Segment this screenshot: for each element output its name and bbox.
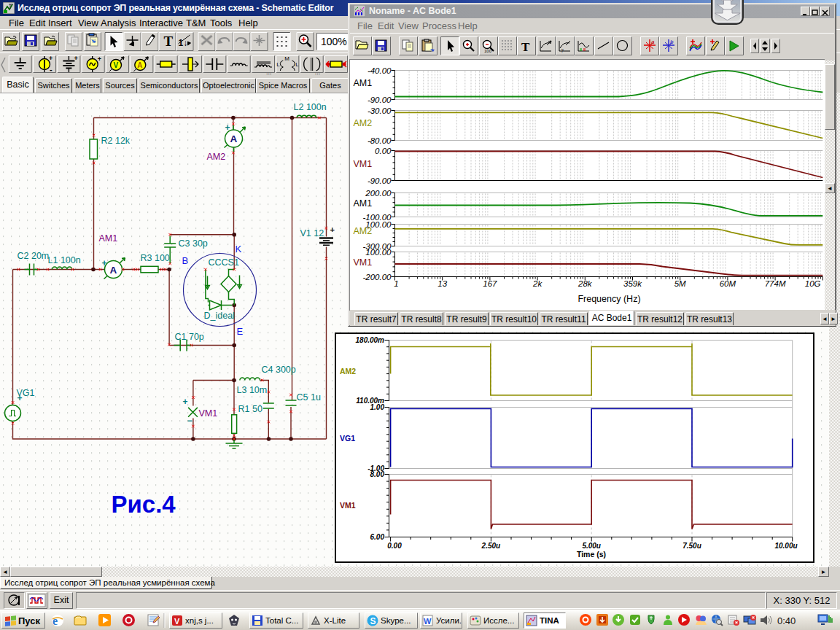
svg-text:...: ... (315, 69, 321, 76)
svg-text:5M: 5M (674, 279, 686, 288)
svg-text:-90.00: -90.00 (368, 176, 392, 185)
svg-text:0.00: 0.00 (375, 147, 392, 155)
svg-text:CCCS1: CCCS1 (209, 257, 239, 268)
svg-text:R3 100: R3 100 (141, 253, 170, 263)
svg-text:C3 30p: C3 30p (179, 238, 208, 249)
svg-text:VM1: VM1 (340, 501, 356, 510)
svg-text:C5 1u: C5 1u (297, 392, 321, 402)
svg-text:VM1: VM1 (199, 408, 218, 419)
svg-text:?: ? (561, 48, 564, 53)
svg-text:6.00: 6.00 (370, 533, 385, 541)
svg-text:-30.00: -30.00 (368, 106, 392, 115)
svg-text:+: + (225, 122, 230, 133)
svg-text:Frequency (Hz): Frequency (Hz) (578, 294, 640, 304)
svg-text:5.00u: 5.00u (582, 542, 601, 550)
svg-text:VG1: VG1 (340, 434, 355, 443)
svg-text:K: K (236, 244, 242, 254)
svg-text:L: L (295, 61, 299, 68)
svg-text:Time (s): Time (s) (577, 550, 606, 559)
svg-text:2.50u: 2.50u (481, 542, 501, 550)
svg-text:R1 50: R1 50 (238, 404, 262, 414)
svg-text:L2 100n: L2 100n (294, 102, 327, 112)
svg-text:A: A (137, 61, 142, 69)
svg-text:13: 13 (438, 279, 447, 288)
svg-text:28k: 28k (578, 279, 593, 288)
svg-text:167: 167 (483, 279, 497, 288)
svg-text:V: V (114, 61, 119, 69)
svg-text:7.50u: 7.50u (682, 542, 701, 550)
svg-text:-90.00: -90.00 (368, 96, 392, 104)
svg-text:+: + (330, 225, 335, 234)
svg-text:-: - (50, 65, 52, 74)
svg-text:R2 12k: R2 12k (101, 136, 131, 146)
svg-text:+: + (102, 258, 107, 268)
svg-text:200.00: 200.00 (365, 189, 392, 198)
svg-text:+: + (183, 397, 188, 407)
svg-text:A: A (230, 133, 238, 144)
svg-text:AM2: AM2 (354, 118, 373, 128)
svg-text:2k: 2k (532, 279, 542, 288)
svg-text:1: 1 (394, 279, 398, 288)
svg-text:+: + (18, 393, 23, 403)
svg-text:C1 70p: C1 70p (175, 332, 204, 342)
svg-text:AM2: AM2 (354, 226, 373, 236)
svg-text:V: V (174, 617, 180, 626)
svg-text:10G: 10G (805, 279, 821, 288)
svg-text:VM1: VM1 (354, 159, 373, 169)
svg-text:AM2: AM2 (340, 367, 356, 376)
svg-text:180.00m: 180.00m (356, 336, 385, 344)
svg-text:-200.00: -200.00 (362, 273, 392, 281)
svg-text:0.00: 0.00 (387, 542, 402, 550)
svg-text:M: M (284, 55, 289, 62)
svg-text:L: L (276, 61, 280, 68)
svg-text:+: + (74, 55, 77, 62)
svg-text:T: T (521, 40, 530, 54)
svg-text:W: W (424, 617, 432, 626)
svg-text:359k: 359k (623, 279, 642, 288)
svg-text:AM2: AM2 (207, 152, 226, 162)
svg-text:AM1: AM1 (354, 198, 373, 209)
svg-text:AM1: AM1 (99, 233, 118, 244)
svg-text:C2 20m: C2 20m (18, 251, 50, 261)
svg-text:D_ideal: D_ideal (204, 311, 235, 321)
svg-text:S: S (370, 616, 376, 626)
svg-text:774M: 774M (765, 279, 786, 288)
svg-text:B: B (182, 255, 189, 266)
svg-text:8.00: 8.00 (370, 470, 385, 478)
svg-text:...: ... (266, 69, 272, 76)
svg-text:VM1: VM1 (354, 257, 373, 268)
svg-text:C4 300p: C4 300p (262, 365, 296, 375)
svg-text:AM1: AM1 (354, 78, 373, 88)
svg-text:L3 10m: L3 10m (237, 385, 268, 395)
svg-text:A: A (110, 265, 117, 276)
svg-text:V1 12: V1 12 (300, 228, 324, 238)
svg-text:Рис.4: Рис.4 (112, 491, 176, 518)
svg-text:e: e (52, 615, 58, 627)
svg-text:100.00: 100.00 (365, 248, 392, 257)
svg-text:-80.00: -80.00 (368, 136, 392, 145)
svg-text:b: b (670, 39, 674, 45)
svg-text:1↓: 1↓ (179, 38, 188, 48)
svg-text:a: a (651, 39, 655, 45)
svg-text:E: E (237, 326, 244, 337)
svg-text:T: T (164, 34, 174, 49)
svg-text:10.00u: 10.00u (774, 542, 797, 550)
svg-text:1.00: 1.00 (370, 403, 385, 411)
svg-text:+: + (98, 55, 101, 63)
svg-text:60M: 60M (720, 279, 736, 288)
svg-text:+: + (49, 55, 52, 62)
svg-text:100: 100 (484, 49, 492, 53)
svg-text:L1 100n: L1 100n (48, 255, 81, 265)
svg-text:0:40: 0:40 (777, 615, 796, 626)
svg-text:-40.00: -40.00 (368, 66, 392, 75)
svg-text:−: − (187, 416, 192, 426)
